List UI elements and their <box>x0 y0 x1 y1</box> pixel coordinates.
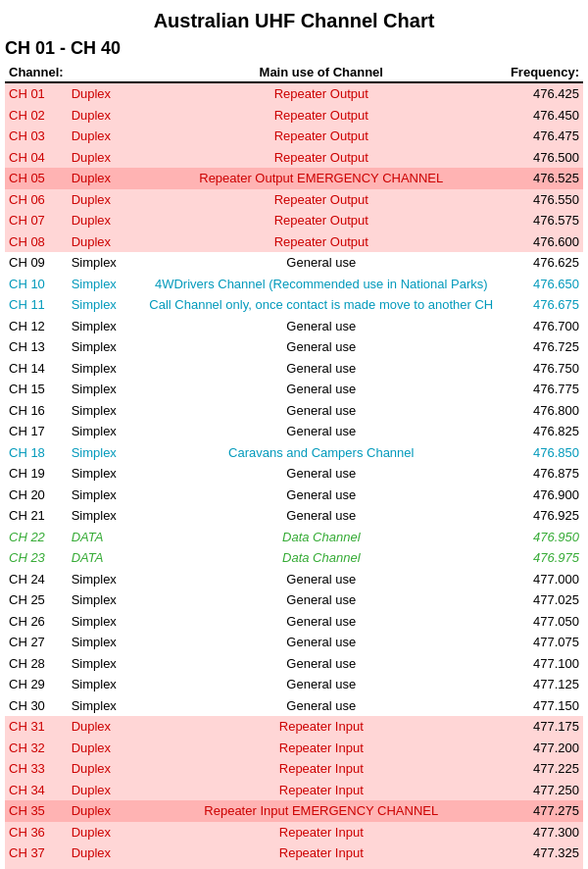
cell-main-use: General use <box>136 400 507 422</box>
cell-channel: CH 04 <box>5 147 68 169</box>
cell-frequency: 476.625 <box>507 252 583 274</box>
cell-main-use: 4WDrivers Channel (Recommended use in Na… <box>136 274 507 295</box>
cell-channel: CH 26 <box>5 611 68 633</box>
cell-channel: CH 05 <box>5 168 68 189</box>
cell-mode: Duplex <box>68 168 136 189</box>
cell-frequency: 476.450 <box>507 105 583 127</box>
table-row: CH 10Simplex4WDrivers Channel (Recommend… <box>5 274 583 295</box>
table-row: CH 21SimplexGeneral use476.925 <box>5 505 583 527</box>
header-channel: Channel: <box>5 63 68 82</box>
table-row: CH 36DuplexRepeater Input477.300 <box>5 822 583 843</box>
cell-main-use: Repeater Input <box>136 738 507 759</box>
cell-mode: Simplex <box>68 400 136 422</box>
table-row: CH 28SimplexGeneral use477.100 <box>5 653 583 675</box>
table-row: CH 19SimplexGeneral use476.875 <box>5 463 583 485</box>
cell-frequency: 477.100 <box>507 653 583 675</box>
cell-channel: CH 01 <box>5 82 68 105</box>
cell-main-use: Repeater Input <box>136 780 507 801</box>
cell-main-use: Repeater Input <box>136 758 507 780</box>
cell-channel: CH 17 <box>5 421 68 442</box>
cell-mode: Duplex <box>68 82 136 105</box>
table-row: CH 20SimplexGeneral use476.900 <box>5 485 583 506</box>
cell-frequency: 476.575 <box>507 210 583 231</box>
cell-channel: CH 32 <box>5 738 68 759</box>
cell-channel: CH 14 <box>5 358 68 380</box>
cell-main-use: General use <box>136 252 507 274</box>
cell-channel: CH 03 <box>5 126 68 147</box>
cell-main-use: General use <box>136 358 507 380</box>
cell-main-use: Call Channel only, once contact is made … <box>136 294 507 316</box>
cell-main-use: General use <box>136 611 507 633</box>
cell-channel: CH 31 <box>5 716 68 738</box>
table-row: CH 26SimplexGeneral use477.050 <box>5 611 583 633</box>
cell-mode: Simplex <box>68 358 136 380</box>
cell-main-use: Data Channel <box>136 547 507 569</box>
cell-mode: Simplex <box>68 463 136 485</box>
table-row: CH 15SimplexGeneral use476.775 <box>5 379 583 400</box>
cell-mode: Simplex <box>68 505 136 527</box>
channel-chart: Channel: Main use of Channel Frequency: … <box>5 63 583 869</box>
cell-channel: CH 18 <box>5 442 68 464</box>
cell-frequency: 476.950 <box>507 527 583 548</box>
cell-main-use: Repeater Input <box>136 822 507 843</box>
cell-channel: CH 09 <box>5 252 68 274</box>
cell-mode: DATA <box>68 527 136 548</box>
table-row: CH 03DuplexRepeater Output476.475 <box>5 126 583 147</box>
table-row: CH 07DuplexRepeater Output476.575 <box>5 210 583 231</box>
cell-channel: CH 23 <box>5 547 68 569</box>
table-row: CH 09SimplexGeneral use476.625 <box>5 252 583 274</box>
cell-main-use: General use <box>136 569 507 590</box>
cell-channel: CH 37 <box>5 843 68 864</box>
header-frequency: Frequency: <box>507 63 583 82</box>
cell-main-use: Repeater Output <box>136 189 507 211</box>
cell-main-use: General use <box>136 379 507 400</box>
cell-frequency: 476.725 <box>507 336 583 358</box>
table-row: CH 14SimplexGeneral use476.750 <box>5 358 583 380</box>
cell-frequency: 476.925 <box>507 505 583 527</box>
cell-channel: CH 22 <box>5 527 68 548</box>
cell-frequency: 477.050 <box>507 611 583 633</box>
cell-mode: DATA <box>68 547 136 569</box>
channel-table: Channel: Main use of Channel Frequency: … <box>5 63 583 869</box>
table-row: CH 04DuplexRepeater Output476.500 <box>5 147 583 169</box>
cell-mode: Duplex <box>68 822 136 843</box>
cell-frequency: 476.750 <box>507 358 583 380</box>
cell-mode: Duplex <box>68 843 136 864</box>
table-row: CH 16SimplexGeneral use476.800 <box>5 400 583 422</box>
table-row: CH 30SimplexGeneral use477.150 <box>5 695 583 717</box>
cell-mode: Duplex <box>68 800 136 822</box>
cell-frequency: 476.800 <box>507 400 583 422</box>
header-main: Main use of Channel <box>136 63 507 82</box>
cell-main-use: General use <box>136 485 507 506</box>
table-header-row: Channel: Main use of Channel Frequency: <box>5 63 583 82</box>
cell-main-use: Repeater Input <box>136 843 507 864</box>
cell-mode: Duplex <box>68 210 136 231</box>
cell-mode: Simplex <box>68 421 136 442</box>
cell-mode: Simplex <box>68 695 136 717</box>
cell-frequency: 477.325 <box>507 843 583 864</box>
cell-channel: CH 10 <box>5 274 68 295</box>
cell-mode: Simplex <box>68 336 136 358</box>
cell-channel: CH 11 <box>5 294 68 316</box>
cell-main-use: General use <box>136 653 507 675</box>
cell-mode: Simplex <box>68 379 136 400</box>
cell-frequency: 476.500 <box>507 147 583 169</box>
cell-channel: CH 36 <box>5 822 68 843</box>
table-row: CH 12SimplexGeneral use476.700 <box>5 316 583 337</box>
cell-main-use: Repeater Output EMERGENCY CHANNEL <box>136 168 507 189</box>
cell-channel: CH 02 <box>5 105 68 127</box>
cell-main-use: General use <box>136 421 507 442</box>
cell-main-use: Repeater Output <box>136 126 507 147</box>
cell-frequency: 476.875 <box>507 463 583 485</box>
cell-channel: CH 33 <box>5 758 68 780</box>
cell-frequency: 477.150 <box>507 695 583 717</box>
cell-frequency: 476.775 <box>507 379 583 400</box>
cell-channel: CH 25 <box>5 589 68 611</box>
cell-main-use: General use <box>136 674 507 695</box>
cell-mode: Duplex <box>68 758 136 780</box>
cell-main-use: Repeater Output <box>136 210 507 231</box>
cell-frequency: 477.175 <box>507 716 583 738</box>
cell-channel: CH 28 <box>5 653 68 675</box>
cell-frequency: 477.075 <box>507 632 583 653</box>
cell-frequency: 477.225 <box>507 758 583 780</box>
